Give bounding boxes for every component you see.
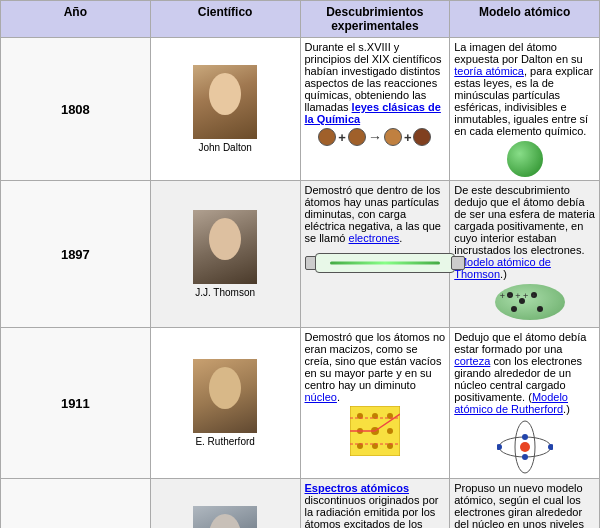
chem-circle-4: [413, 128, 431, 146]
model-text-thomson-2: .): [500, 268, 507, 280]
thomson-dot-4: [511, 306, 517, 312]
scientist-bohr: Niels Bohr: [150, 479, 300, 529]
chem-circle-3: [384, 128, 402, 146]
table-row: 1897 J.J. Thomson Demostró que dentro de…: [1, 181, 600, 328]
scientist-name-thomson: J.J. Thomson: [155, 287, 296, 298]
model-diagram-thomson: + + + + +: [454, 284, 595, 324]
scientist-dalton: John Dalton: [150, 38, 300, 181]
photo-rutherford: [193, 359, 257, 433]
chem-circle-2: [348, 128, 366, 146]
discovery-link-thomson[interactable]: electrones: [349, 232, 400, 244]
year-1913: 1913: [1, 479, 151, 529]
model-text-rutherford-3: .): [563, 403, 570, 415]
discovery-rutherford: Demostró que los átomos no eran macizos,…: [300, 328, 450, 479]
cathode-tube-diagram: [305, 248, 465, 278]
thomson-sphere: [495, 284, 565, 320]
model-diagram-dalton: [454, 141, 595, 177]
tube-beam: [330, 262, 440, 265]
discovery-text-rutherford: Demostró que los átomos no eran macizos,…: [305, 331, 446, 391]
model-link-corteza[interactable]: corteza: [454, 355, 490, 367]
plus-1: +: [338, 130, 346, 145]
model-bohr: Propuso un nuevo modelo atómico, según e…: [450, 479, 600, 529]
svg-point-19: [522, 454, 528, 460]
svg-point-18: [548, 444, 553, 450]
chem-diagram-dalton: + → +: [305, 128, 446, 146]
discovery-link-bohr[interactable]: Espectros atómicos: [305, 482, 410, 494]
header-year: Año: [1, 1, 151, 38]
plus-2: +: [404, 130, 412, 145]
model-dalton: La imagen del átomo expuesta por Dalton …: [450, 38, 600, 181]
year-1897: 1897: [1, 181, 151, 328]
thomson-sphere-container: + + + + +: [495, 284, 555, 324]
model-thomson: De este descubrimiento dedujo que el áto…: [450, 181, 600, 328]
discovery-bohr: Espectros atómicos discontinuos originad…: [300, 479, 450, 529]
svg-point-6: [387, 428, 393, 434]
scientist-thomson: J.J. Thomson: [150, 181, 300, 328]
photo-dalton: [193, 65, 257, 139]
rutherford-experiment-diagram: [305, 406, 446, 456]
dalton-sphere: [507, 141, 543, 177]
model-text-rutherford-1: Dedujo que el átomo debía estar formado …: [454, 331, 586, 355]
header-scientist: Científico: [150, 1, 300, 38]
model-text-dalton-1: La imagen del átomo expuesta por Dalton …: [454, 41, 582, 65]
model-rutherford: Dedujo que el átomo debía estar formado …: [450, 328, 600, 479]
discovery-dalton: Durante el s.XVIII y principios del XIX …: [300, 38, 450, 181]
gold-foil-svg: [350, 406, 400, 456]
photo-thomson: [193, 210, 257, 284]
svg-point-16: [520, 442, 530, 452]
discovery-text-thomson-2: .: [399, 232, 402, 244]
year-1911: 1911: [1, 328, 151, 479]
rutherford-model-svg: [497, 419, 553, 475]
arrow: →: [368, 129, 382, 145]
model-text-bohr-1: Propuso un nuevo modelo atómico, según e…: [454, 482, 584, 528]
discovery-text-bohr: discontinuos originados por la radiación…: [305, 494, 439, 528]
header-discoveries: Descubrimientos experimentales: [300, 1, 450, 38]
thomson-dot-5: [537, 306, 543, 312]
gold-foil-container: [350, 406, 400, 456]
discovery-thomson: Demostró que dentro de los átomos hay un…: [300, 181, 450, 328]
header-model: Modelo atómico: [450, 1, 600, 38]
photo-bohr: [193, 506, 257, 528]
chem-circle-1: [318, 128, 336, 146]
scientist-name-dalton: John Dalton: [155, 142, 296, 153]
table-row: 1808 John Dalton Durante el s.XVIII y pr…: [1, 38, 600, 181]
plus-labels: + + + + +: [500, 291, 536, 301]
scientist-rutherford: E. Rutherford: [150, 328, 300, 479]
table-row: 1911 E. Rutherford Demostró que los átom…: [1, 328, 600, 479]
model-link-dalton[interactable]: teoría atómica: [454, 65, 524, 77]
svg-point-20: [497, 444, 502, 450]
year-1808: 1808: [1, 38, 151, 181]
table-row: 1913 Niels Bohr Espectros atómicos disco…: [1, 479, 600, 529]
svg-point-17: [522, 434, 528, 440]
scientist-name-rutherford: E. Rutherford: [155, 436, 296, 447]
discovery-text-rutherford-2: .: [337, 391, 340, 403]
model-diagram-rutherford: [454, 419, 595, 475]
tube-body: [315, 253, 455, 273]
tube-end-right: [451, 256, 465, 270]
discovery-link-rutherford[interactable]: núcleo: [305, 391, 337, 403]
